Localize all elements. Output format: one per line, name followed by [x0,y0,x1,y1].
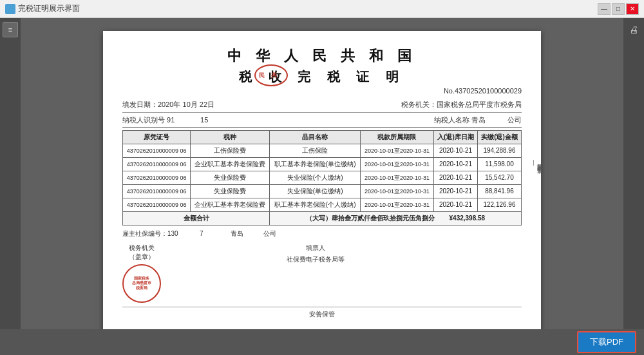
col-header-id: 原凭证号 [123,131,191,144]
stamp-circle-overlay: 民共 [254,64,288,86]
total-label: 金额合计 [123,212,270,225]
col-header-taxtype: 税种 [191,131,270,144]
stamp-text: 国家税务总局平度市税务局 [132,276,151,291]
filler-label: 填票人 [287,244,345,253]
col-header-period: 税款所属期限 [360,131,433,144]
taxpayer-note: 青岛 公司 [231,230,276,237]
filler-area: 填票人 社保费电子税务局等 [287,244,345,303]
doc-bottom-note: 安善保管 [122,307,522,319]
taxpayer-row: 纳税人识别号 91 15 纳税人名称 青岛 公司 [122,115,522,128]
window-title: 完税证明展示界面 [18,3,80,14]
doc-number: No.43702520100000029 [122,87,522,95]
title-bar: 完税证明展示界面 — □ ✕ [0,0,644,18]
filler-note: 社保费电子税务局等 [287,255,345,264]
doc-title-line2: 税 收 完 税 证 明 民共 [122,68,522,86]
cell-taxtype: 失业保险费 [191,171,270,185]
cell-period: 2020-10-01至2020-10-31 [360,144,433,158]
cell-amount: 194,288.96 [477,144,521,158]
issue-date: 填发日期：2020年 10月 22日 [122,100,214,110]
col-header-amount: 实缴(退)金额 [477,131,521,144]
cell-taxtype: 工伤保险费 [191,144,270,158]
title-bar-left: 完税证明展示界面 [5,3,80,14]
red-stamp: 国家税务总局平度市税务局 [122,264,161,303]
cell-date: 2020-10-21 [433,171,477,185]
data-table: 原凭证号 税种 品目名称 税款所属期限 入(退)库日期 实缴(退)金额 4370… [122,130,522,225]
cell-taxtype: 失业保险费 [191,185,270,198]
employer-id: 雇主社保编号：130 7 [122,230,204,237]
table-row: 4370262010000009 06 企业职工基本养老保险费 职工基本养老保险… [123,198,522,212]
restore-button[interactable]: □ [612,3,625,15]
cell-id: 4370262010000009 06 [123,158,191,171]
bottom-bar: 下载PDF [0,329,644,355]
cell-itemname: 职工基本养老保险(个人缴纳) [270,198,361,212]
cell-taxtype: 企业职工基本养老保险费 [191,158,270,171]
menu-icon[interactable]: ≡ [3,22,18,37]
content-area: 中 华 人 民 共 和 国 税 收 完 税 证 明 民共 No.43702520… [21,18,623,355]
table-row: 4370262010000009 06 企业职工基本养老保险费 职工基本养老保险… [123,158,522,171]
total-amount: （大写）肆拾叁万贰仟叁佰玖拾捌元伍角捌分 ¥432,398.58 [270,212,522,225]
total-row: 金额合计 （大写）肆拾叁万贰仟叁佰玖拾捌元伍角捌分 ¥432,398.58 [123,212,522,225]
col-header-itemname: 品目名称 [270,131,361,144]
window-controls[interactable]: — □ ✕ [598,3,639,15]
left-toolbar: ≡ [0,18,21,355]
employer-info: 雇主社保编号：130 7 青岛 公司 [122,229,522,238]
cell-itemname: 失业保险(单位缴纳) [270,185,361,198]
taxpayer-id-label: 纳税人识别号 91 15 [122,115,208,125]
document-paper: 中 华 人 民 共 和 国 税 收 完 税 证 明 民共 No.43702520… [103,31,541,340]
cell-amount: 88,841.96 [477,185,521,198]
download-pdf-button[interactable]: 下载PDF [577,331,636,353]
minimize-button[interactable]: — [598,3,611,15]
tax-authority: 税务机关：国家税务总局平度市税务局 [401,100,522,110]
side-text: 领取人签名（盖章） [533,160,542,166]
doc-title-line1: 中 华 人 民 共 和 国 [122,46,522,66]
doc-footer: 税务机关 （盖章） 国家税务总局平度市税务局 填票人 社保费电子税务局等 [122,244,522,303]
info-row: 填发日期：2020年 10月 22日 税务机关：国家税务总局平度市税务局 [122,100,522,113]
cell-date: 2020-10-21 [433,158,477,171]
table-row: 4370262010000009 06 失业保险费 失业保险(个人缴纳) 202… [123,171,522,185]
app-icon [5,4,15,14]
print-icon[interactable]: 🖨 [626,22,641,37]
cell-amount: 11,598.00 [477,158,521,171]
spacer [470,244,522,303]
cell-period: 2020-10-01至2020-10-31 [360,171,433,185]
close-button[interactable]: ✕ [626,3,639,15]
table-row: 4370262010000009 06 工伤保险费 工伤保险 2020-10-0… [123,144,522,158]
table-row: 4370262010000009 06 失业保险费 失业保险(单位缴纳) 202… [123,185,522,198]
main-area: ≡ 中 华 人 民 共 和 国 税 收 完 税 证 明 民共 No.437025… [0,18,644,355]
taxpayer-name-label: 纳税人名称 青岛 公司 [434,115,522,125]
cell-id: 4370262010000009 06 [123,171,191,185]
cell-taxtype: 企业职工基本养老保险费 [191,198,270,212]
stamp-label: 税务机关 [129,244,155,253]
cell-amount: 122,126.96 [477,198,521,212]
cell-id: 4370262010000009 06 [123,198,191,212]
cell-id: 4370262010000009 06 [123,185,191,198]
stamp-area: 税务机关 （盖章） 国家税务总局平度市税务局 [122,244,161,303]
cell-period: 2020-10-01至2020-10-31 [360,198,433,212]
stamp-sub-label: （盖章） [129,253,155,262]
right-toolbar: 🖨 [623,18,644,355]
cell-itemname: 失业保险(个人缴纳) [270,171,361,185]
cell-amount: 15,542.70 [477,171,521,185]
cell-period: 2020-10-01至2020-10-31 [360,185,433,198]
cell-date: 2020-10-21 [433,144,477,158]
cell-itemname: 工伤保险 [270,144,361,158]
cell-date: 2020-10-21 [433,198,477,212]
cell-date: 2020-10-21 [433,185,477,198]
cell-id: 4370262010000009 06 [123,144,191,158]
col-header-date: 入(退)库日期 [433,131,477,144]
cell-itemname: 职工基本养老保险(单位缴纳) [270,158,361,171]
cell-period: 2020-10-01至2020-10-31 [360,158,433,171]
